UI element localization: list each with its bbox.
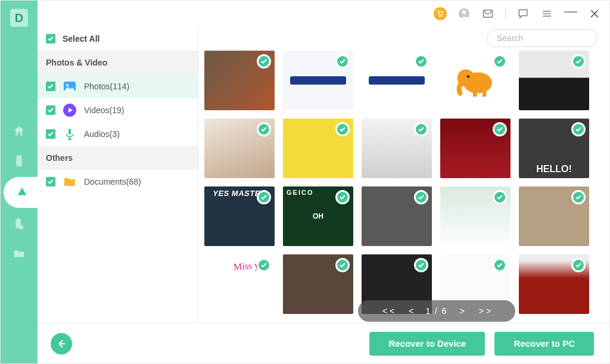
menu-button[interactable] <box>540 7 553 20</box>
footer-bar: Recover to Device Recover to PC <box>38 323 609 363</box>
thumbnail[interactable] <box>204 51 275 110</box>
search-box[interactable] <box>487 29 597 47</box>
thumbnail[interactable] <box>440 119 511 178</box>
thumbnail[interactable] <box>362 51 432 110</box>
checkbox-audios[interactable] <box>46 129 55 139</box>
pager-last[interactable]: > > <box>477 306 493 316</box>
svg-rect-17 <box>483 89 486 97</box>
sidebar-item-photos[interactable]: Photos(114) <box>38 74 198 98</box>
section-others: Others <box>38 146 198 170</box>
minimize-button[interactable]: — <box>564 7 577 20</box>
thumbnail[interactable]: YES MASTER <box>204 186 275 246</box>
thumbnail[interactable] <box>362 119 432 178</box>
checkbox-videos[interactable] <box>46 105 55 115</box>
thumbnail[interactable] <box>362 186 432 246</box>
thumb-checked-icon <box>414 258 428 272</box>
thumb-checked-icon <box>571 54 586 69</box>
pager: < < < 1 / 6 > > > <box>358 300 515 322</box>
pager-label: 1 / 6 <box>425 306 447 316</box>
category-sidebar: Select All Photos & Video Photos(114) Vi… <box>38 27 198 323</box>
titlebar: — <box>38 1 609 27</box>
checkbox-photos[interactable] <box>46 82 55 91</box>
thumbnail[interactable]: HELLO! <box>519 119 589 178</box>
thumb-checked-icon <box>571 258 586 272</box>
thumb-checked-icon <box>335 190 350 204</box>
phone-alert-icon: ! <box>13 217 26 231</box>
svg-rect-11 <box>69 129 71 135</box>
thumb-checked-icon <box>571 190 586 204</box>
thumb-checked-icon <box>493 122 507 136</box>
thumb-checked-icon <box>493 258 507 272</box>
svg-rect-16 <box>473 89 477 97</box>
select-all-row[interactable]: Select All <box>38 27 198 51</box>
thumb-checked-icon <box>335 54 350 69</box>
feedback-button[interactable] <box>516 7 530 20</box>
nav-cloud-recovery[interactable] <box>4 177 41 208</box>
grid-panel: HELLO!YES MASTERGEICOOHMiss you < < < 1 … <box>198 27 609 323</box>
thumbnail[interactable] <box>519 51 589 110</box>
cart-button[interactable] <box>434 7 447 20</box>
select-all-checkbox[interactable] <box>46 34 55 43</box>
home-icon <box>13 125 26 138</box>
thumbnail[interactable]: GEICOOH <box>283 186 353 246</box>
mail-button[interactable] <box>481 7 494 20</box>
recover-to-pc-button[interactable]: Recover to PC <box>494 332 594 356</box>
thumbnail[interactable] <box>440 51 511 110</box>
thumb-checked-icon <box>257 258 271 272</box>
app-window: D ! <box>0 0 610 364</box>
thumb-checked-icon <box>493 54 507 69</box>
thumbnail[interactable] <box>519 186 589 246</box>
documents-icon <box>63 175 77 189</box>
checkbox-documents[interactable] <box>46 177 55 186</box>
cart-icon <box>436 10 444 18</box>
pager-next[interactable]: > <box>458 306 467 316</box>
nav-device[interactable] <box>8 147 30 175</box>
svg-point-9 <box>66 84 69 86</box>
content-row: Select All Photos & Video Photos(114) Vi… <box>38 27 609 323</box>
thumbnail-grid: HELLO!YES MASTERGEICOOHMiss you < < < 1 … <box>204 51 600 323</box>
thumbnail[interactable]: Miss you <box>204 254 275 314</box>
back-button[interactable] <box>51 333 72 354</box>
select-all-label: Select All <box>63 34 100 43</box>
thumbnail[interactable] <box>204 119 275 178</box>
photos-icon <box>63 79 77 94</box>
svg-point-15 <box>467 75 470 78</box>
menu-icon <box>541 8 553 20</box>
sidebar-item-audios[interactable]: Audios(3) <box>38 122 198 146</box>
thumbnail[interactable] <box>440 186 511 246</box>
thumb-checked-icon <box>257 190 271 204</box>
thumbnail[interactable] <box>283 254 353 314</box>
thumbnail[interactable] <box>283 51 353 110</box>
svg-point-6 <box>462 10 466 14</box>
sidebar-item-label: Videos(19) <box>84 105 124 115</box>
thumb-checked-icon <box>335 258 350 272</box>
nav-folder[interactable] <box>8 240 30 267</box>
nav-home[interactable] <box>8 117 30 145</box>
sidebar-item-videos[interactable]: Videos(19) <box>38 98 198 122</box>
audios-icon <box>63 127 77 141</box>
pager-first[interactable]: < < <box>380 306 397 316</box>
titlebar-divider <box>505 8 506 19</box>
thumb-checked-icon <box>414 122 428 136</box>
recover-to-device-button[interactable]: Recover to Device <box>369 332 485 356</box>
sidebar-item-documents[interactable]: Documents(68) <box>38 170 198 194</box>
thumb-checked-icon <box>414 190 428 204</box>
folder-icon <box>13 247 26 260</box>
user-button[interactable] <box>458 7 471 20</box>
thumb-checked-icon <box>335 122 350 136</box>
thumbnail[interactable] <box>519 254 589 314</box>
thumb-checked-icon <box>257 54 271 69</box>
videos-icon <box>63 103 77 117</box>
thumb-checked-icon <box>493 190 507 204</box>
nav-device-alert[interactable]: ! <box>8 210 30 238</box>
thumbnail[interactable] <box>283 119 353 178</box>
close-button[interactable] <box>588 7 601 20</box>
thumb-checked-icon <box>257 122 271 136</box>
section-photos-video: Photos & Video <box>38 51 198 74</box>
pager-prev[interactable]: < <box>406 306 416 316</box>
mail-icon <box>482 8 494 20</box>
thumb-checked-icon <box>414 54 428 69</box>
sidebar-item-label: Documents(68) <box>84 177 141 186</box>
sidebar-item-label: Audios(3) <box>84 129 120 139</box>
search-input[interactable] <box>497 33 601 43</box>
